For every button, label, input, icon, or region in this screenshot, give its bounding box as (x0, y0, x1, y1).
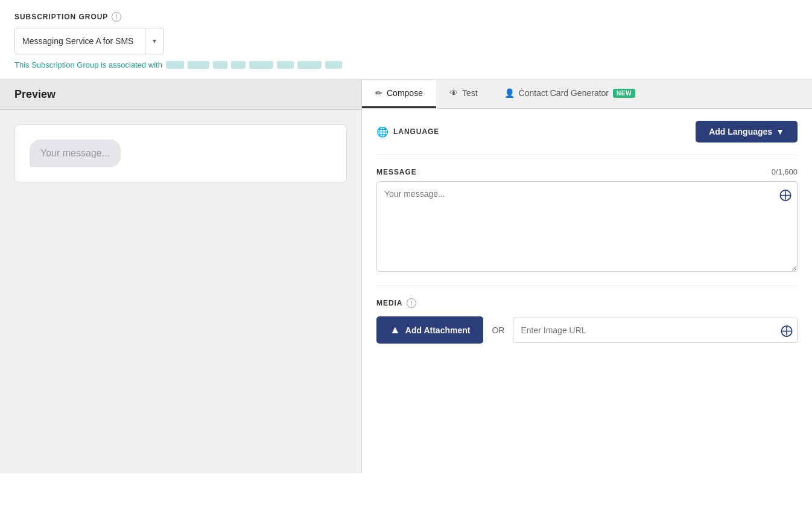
redacted-6 (277, 61, 294, 69)
tab-compose-label: Compose (387, 88, 423, 98)
language-label: 🌐 LANGUAGE (376, 126, 439, 138)
redacted-2 (188, 61, 209, 69)
tab-compose[interactable]: ✏ Compose (362, 80, 436, 108)
add-languages-button[interactable]: Add Languages ▼ (696, 121, 798, 143)
message-textarea[interactable] (376, 181, 798, 272)
preview-message-text: Your message... (40, 148, 110, 158)
preview-title: Preview (14, 88, 56, 100)
top-section: SUBSCRIPTION GROUP i Messaging Service A… (0, 0, 812, 79)
add-languages-chevron: ▼ (776, 127, 784, 136)
message-counter: 0/1,600 (772, 167, 798, 176)
right-panel: ✏ Compose 👁 Test 👤 Contact Card Generato… (362, 80, 812, 473)
associated-text: This Subscription Group is associated wi… (14, 60, 162, 69)
add-attachment-label: Add Attachment (405, 325, 471, 335)
redacted-7 (297, 61, 322, 69)
add-languages-label: Add Languages (709, 127, 772, 136)
preview-header: Preview (0, 80, 361, 110)
media-controls: ▲ Add Attachment OR ⨁ (376, 316, 798, 344)
subscription-group-info-icon[interactable]: i (112, 12, 121, 22)
redacted-8 (325, 61, 342, 69)
upload-icon: ▲ (390, 324, 401, 336)
tab-test-label: Test (462, 88, 478, 98)
preview-message-bubble: Your message... (30, 139, 121, 167)
compose-icon: ✏ (375, 88, 382, 98)
dropdown-arrow-icon: ▾ (145, 31, 163, 51)
media-header: MEDIA i (376, 298, 798, 308)
redacted-1 (166, 61, 184, 69)
new-badge: NEW (613, 89, 635, 98)
tabs-bar: ✏ Compose 👁 Test 👤 Contact Card Generato… (362, 80, 812, 109)
image-url-input[interactable] (513, 318, 798, 343)
language-section-row: 🌐 LANGUAGE Add Languages ▼ (376, 121, 798, 143)
phone-preview-container: Your message... (14, 124, 347, 182)
subscription-group-label: SUBSCRIPTION GROUP i (14, 12, 798, 22)
tab-test[interactable]: 👁 Test (436, 80, 491, 108)
preview-panel: Preview Your message... (0, 80, 362, 473)
media-info-icon[interactable]: i (407, 298, 416, 308)
associated-info: This Subscription Group is associated wi… (14, 60, 798, 69)
message-header-row: MESSAGE 0/1,600 (376, 167, 798, 176)
redacted-3 (213, 61, 227, 69)
eye-icon: 👁 (449, 88, 458, 98)
subscription-group-dropdown[interactable]: Messaging Service A for SMS ▾ (14, 28, 164, 54)
redacted-4 (231, 61, 246, 69)
language-section: 🌐 LANGUAGE Add Languages ▼ (376, 121, 798, 155)
or-text: OR (492, 325, 504, 335)
image-url-plus-icon[interactable]: ⨁ (781, 323, 793, 338)
main-layout: Preview Your message... ✏ Compose 👁 Test… (0, 79, 812, 473)
preview-body: Your message... (0, 110, 361, 197)
tab-contact-card[interactable]: 👤 Contact Card Generator NEW (491, 80, 649, 108)
message-section: MESSAGE 0/1,600 ⨁ (376, 167, 798, 274)
tab-contact-card-label: Contact Card Generator (519, 88, 609, 98)
redacted-5 (249, 61, 273, 69)
message-textarea-wrapper: ⨁ (376, 181, 798, 274)
subscription-group-title: SUBSCRIPTION GROUP (14, 13, 108, 21)
language-label-text: LANGUAGE (393, 127, 439, 136)
globe-icon: 🌐 (376, 126, 389, 138)
contact-card-icon: 👤 (504, 88, 515, 98)
subscription-dropdown-value: Messaging Service A for SMS (15, 30, 145, 52)
add-attachment-button[interactable]: ▲ Add Attachment (376, 316, 483, 344)
media-section: MEDIA i ▲ Add Attachment OR ⨁ (376, 286, 798, 344)
message-label: MESSAGE (376, 168, 417, 176)
message-plus-icon[interactable]: ⨁ (779, 187, 791, 202)
media-label: MEDIA (376, 299, 402, 307)
image-url-wrapper: ⨁ (513, 318, 798, 343)
tab-content-compose: 🌐 LANGUAGE Add Languages ▼ MESSAGE 0/1,6… (362, 109, 812, 473)
